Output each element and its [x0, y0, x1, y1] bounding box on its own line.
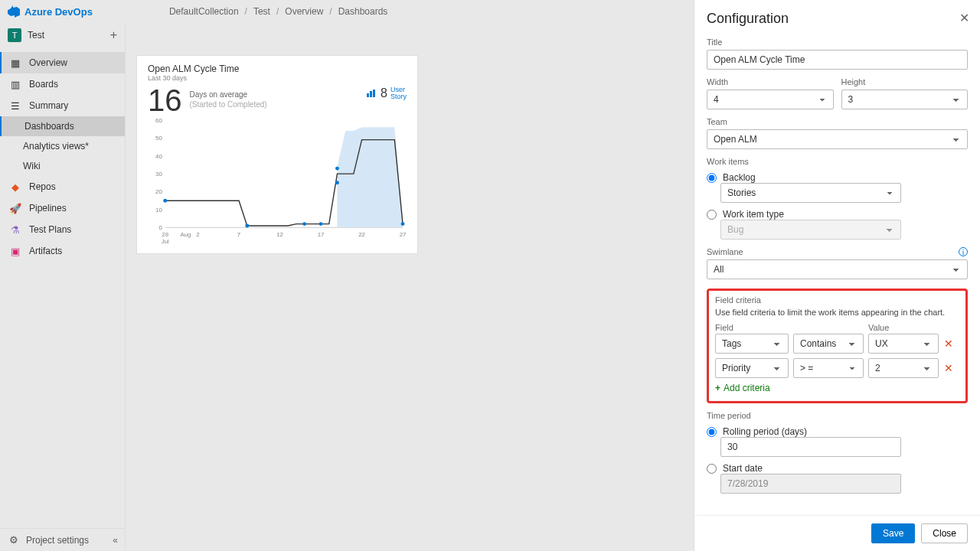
col-value-label: Value: [868, 323, 959, 332]
cycle-time-chart: 010203040506028JulAug2712172227: [148, 117, 407, 246]
nav-boards[interactable]: ▥ Boards: [0, 73, 125, 95]
width-select[interactable]: 4: [707, 90, 834, 109]
project-initial: T: [8, 28, 21, 42]
svg-point-23: [401, 222, 405, 226]
collapse-icon[interactable]: «: [113, 535, 118, 546]
svg-point-19: [302, 222, 306, 226]
nav-sub-dashboards[interactable]: Dashboards: [0, 116, 125, 136]
nav-sub-wiki[interactable]: Wiki: [0, 156, 125, 176]
rolling-input[interactable]: [720, 437, 901, 457]
breadcrumb: DefaultCollection/ Test/ Overview/ Dashb…: [169, 6, 388, 17]
backlog-radio-row[interactable]: Backlog: [707, 172, 968, 183]
testplans-icon: ⚗: [9, 223, 21, 236]
team-select[interactable]: Open ALM: [707, 129, 968, 149]
breadcrumb-item[interactable]: Dashboards: [338, 6, 388, 17]
criteria-value-select[interactable]: UX: [868, 334, 939, 354]
nav-testplans[interactable]: ⚗ Test Plans: [0, 219, 125, 240]
nav-overview[interactable]: ▦ Overview: [0, 52, 125, 73]
svg-text:Aug: Aug: [180, 231, 191, 238]
info-icon[interactable]: i: [959, 247, 968, 256]
widget-bignumber: 16: [148, 85, 182, 116]
breadcrumb-item[interactable]: DefaultCollection: [169, 6, 239, 17]
title-label: Title: [707, 37, 968, 47]
height-label: Height: [841, 77, 969, 86]
add-icon[interactable]: +: [110, 28, 117, 42]
rolling-radio[interactable]: [707, 427, 717, 437]
svg-text:27: 27: [400, 231, 407, 238]
swimlane-select[interactable]: All: [707, 259, 968, 279]
artifacts-icon: ▣: [9, 245, 21, 257]
delete-criteria-icon[interactable]: ✕: [943, 337, 954, 350]
backlog-select[interactable]: Stories: [720, 183, 901, 203]
svg-text:60: 60: [155, 117, 162, 124]
nav-label: Project settings: [26, 535, 89, 546]
brand-label: Azure DevOps: [24, 6, 93, 18]
panel-heading: Configuration: [707, 11, 968, 27]
rolling-radio-row[interactable]: Rolling period (days): [707, 426, 968, 437]
close-button[interactable]: Close: [921, 523, 968, 543]
svg-text:22: 22: [358, 231, 365, 238]
svg-text:7: 7: [237, 231, 240, 238]
nav-sub-analytics[interactable]: Analytics views*: [0, 136, 125, 156]
wit-radio-row[interactable]: Work item type: [707, 209, 968, 220]
azure-devops-icon: [8, 5, 20, 18]
svg-text:40: 40: [155, 153, 162, 160]
cycle-time-widget[interactable]: Open ALM Cycle Time Last 30 days 16 Days…: [136, 55, 418, 254]
brand[interactable]: Azure DevOps: [8, 5, 93, 18]
svg-text:30: 30: [155, 171, 162, 178]
config-panel: ✕ Configuration Title Width 4 Height 3 T…: [694, 0, 980, 551]
delete-criteria-icon[interactable]: ✕: [943, 362, 954, 374]
svg-text:Jul: Jul: [162, 238, 169, 245]
criteria-value-select[interactable]: 2: [868, 358, 939, 378]
wit-radio[interactable]: [707, 210, 717, 220]
svg-text:0: 0: [158, 224, 162, 231]
backlog-radio[interactable]: [707, 173, 717, 183]
boards-icon: ▥: [9, 78, 21, 90]
wit-radio-label: Work item type: [723, 209, 784, 220]
workitems-label: Work items: [707, 157, 968, 166]
svg-text:2: 2: [196, 231, 199, 238]
svg-text:20: 20: [155, 188, 162, 195]
criteria-op-select[interactable]: > =: [793, 358, 864, 378]
nav-repos[interactable]: ◆ Repos: [0, 176, 125, 197]
svg-text:10: 10: [155, 207, 162, 214]
widget-title: Open ALM Cycle Time: [148, 64, 407, 74]
close-icon[interactable]: ✕: [959, 11, 969, 25]
svg-text:17: 17: [318, 231, 325, 238]
nav-label: Boards: [29, 79, 58, 90]
summary-icon: ☰: [9, 99, 21, 112]
nav-label: Pipelines: [29, 203, 67, 214]
nav-summary[interactable]: ☰ Summary: [0, 95, 125, 116]
nav-label: Repos: [29, 181, 56, 192]
nav-label: Summary: [29, 100, 68, 111]
project-settings[interactable]: ⚙ Project settings «: [0, 528, 126, 551]
criteria-hint: Use field criteria to limit the work ite…: [715, 308, 959, 317]
criteria-field-select[interactable]: Priority: [715, 358, 789, 378]
save-button[interactable]: Save: [871, 523, 915, 543]
userstory-count[interactable]: 8 UserStory: [367, 86, 407, 100]
team-label: Team: [707, 117, 968, 126]
criteria-op-select[interactable]: Contains: [793, 334, 864, 354]
project-selector[interactable]: T Test +: [0, 23, 125, 47]
widget-subtitle: Last 30 days: [148, 74, 407, 82]
nav-pipelines[interactable]: 🚀 Pipelines: [0, 197, 125, 219]
startdate-radio-row[interactable]: Start date: [707, 463, 968, 474]
timeperiod-label: Time period: [707, 411, 968, 420]
title-input[interactable]: [707, 50, 968, 70]
criteria-field-select[interactable]: Tags: [715, 334, 789, 354]
breadcrumb-item[interactable]: Test: [253, 6, 270, 17]
height-select[interactable]: 3: [841, 90, 969, 109]
nav-label: Wiki: [23, 161, 41, 171]
swimlane-label: Swimlanei: [707, 247, 968, 256]
nav-artifacts[interactable]: ▣ Artifacts: [0, 240, 125, 262]
svg-text:50: 50: [155, 135, 162, 142]
startdate-radio[interactable]: [707, 464, 717, 474]
pipelines-icon: 🚀: [9, 202, 21, 214]
col-field-label: Field: [715, 323, 789, 332]
overview-icon: ▦: [9, 57, 21, 69]
nav-list: ▦ Overview ▥ Boards ☰ Summary Dashboards…: [0, 52, 125, 262]
add-criteria-link[interactable]: + Add criteria: [715, 383, 959, 393]
breadcrumb-item[interactable]: Overview: [285, 6, 323, 17]
startdate-radio-label: Start date: [723, 463, 763, 474]
nav-label: Artifacts: [29, 246, 62, 256]
